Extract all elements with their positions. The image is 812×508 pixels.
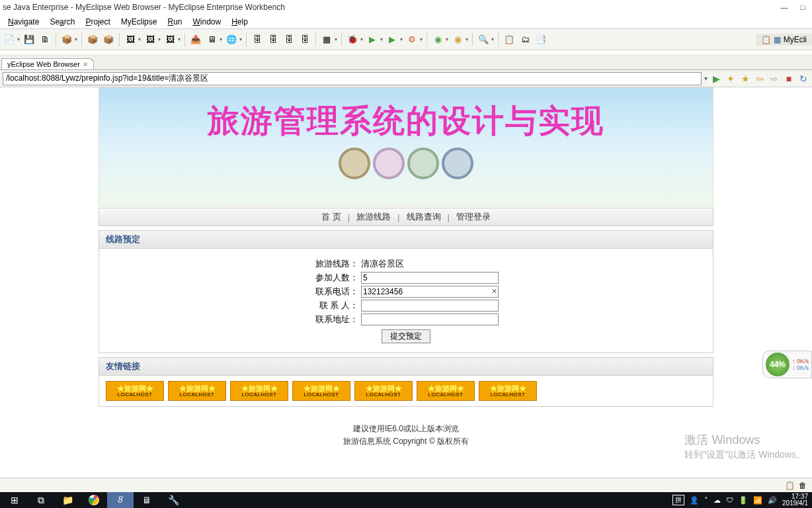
friend-link[interactable]: ★旅游网★LOCALHOST bbox=[230, 381, 288, 401]
friend-link[interactable]: ★旅游网★LOCALHOST bbox=[417, 381, 475, 401]
save-all-icon[interactable]: 🗎 bbox=[38, 33, 52, 46]
volume-icon[interactable]: 🔊 bbox=[768, 496, 777, 505]
new-class-icon[interactable]: ◉ bbox=[431, 33, 444, 46]
search2-icon[interactable]: 🔍 bbox=[477, 33, 490, 46]
footer-line1: 建议使用IE6.0或以上版本浏览 bbox=[99, 423, 713, 435]
db2-icon[interactable]: 🗄 bbox=[266, 33, 280, 46]
menubar: Navigate Search Project MyEclipse Run Wi… bbox=[0, 15, 812, 29]
taskview-icon[interactable]: ⧉ bbox=[28, 492, 54, 508]
status-icon2[interactable]: 🗑 bbox=[799, 481, 807, 490]
img2-icon[interactable]: 🖼 bbox=[143, 33, 157, 46]
menu-project[interactable]: Project bbox=[80, 16, 115, 28]
clock[interactable]: 17:37 2019/4/1 bbox=[782, 493, 808, 507]
contact-label: 联 系 人： bbox=[312, 300, 358, 312]
nav-query[interactable]: 线路查询 bbox=[403, 211, 445, 223]
page-nav: 首 页| 旅游线路| 线路查询| 管理登录 bbox=[99, 208, 713, 226]
status-icon1[interactable]: 📋 bbox=[785, 481, 795, 490]
stop-icon[interactable]: ■ bbox=[783, 73, 795, 85]
url-dropdown-icon[interactable]: ▾ bbox=[704, 75, 708, 82]
friend-link[interactable]: ★旅游网★LOCALHOST bbox=[106, 381, 164, 401]
ime-icon[interactable]: 拼 bbox=[672, 495, 684, 505]
watermark-sub: 转到"设置"以激活 Windows。 bbox=[684, 448, 805, 462]
img3-icon[interactable]: 🖼 bbox=[163, 33, 177, 46]
friend-link[interactable]: ★旅游网★LOCALHOST bbox=[479, 381, 537, 401]
db3-icon[interactable]: 🗄 bbox=[282, 33, 296, 46]
nav-home[interactable]: 首 页 bbox=[317, 211, 345, 223]
tray1-icon[interactable]: ☁ bbox=[713, 496, 721, 505]
server-icon[interactable]: 🖥 bbox=[205, 33, 218, 46]
menu-navigate[interactable]: Navigate bbox=[3, 16, 44, 28]
debug-icon[interactable]: 🐞 bbox=[346, 33, 359, 46]
windows-taskbar: ⊞ ⧉ 📁 8 🖥 🔧 拼 👤 ˄ ☁ 🛡 🔋 📶 🔊 17:37 2019/4… bbox=[0, 492, 812, 508]
box2-icon[interactable]: 📦 bbox=[102, 33, 115, 46]
main-toolbar: 📄▾ 💾 🗎 📦▾ 📦 📦 🖼▾ 🖼▾ 🖼▾ 📤 🖥▾ 🌐▾ 🗄 🗄 🗄 🗄 ▦… bbox=[0, 29, 812, 50]
menu-window[interactable]: Window bbox=[188, 16, 227, 28]
app1-icon[interactable]: 8 bbox=[107, 492, 134, 508]
menu-help[interactable]: Help bbox=[226, 16, 253, 28]
tray2-icon[interactable]: 🛡 bbox=[726, 496, 733, 504]
box1-icon[interactable]: 📦 bbox=[86, 33, 99, 46]
route-value: 清凉谷景区 bbox=[361, 258, 500, 270]
footer-line2: 旅游信息系统 Copyright © 版权所有 bbox=[99, 435, 713, 448]
img1-icon[interactable]: 🖼 bbox=[124, 33, 137, 46]
tool1-icon[interactable]: 📋 bbox=[503, 33, 516, 46]
run2-icon[interactable]: ▶ bbox=[386, 33, 399, 46]
contact-input[interactable] bbox=[361, 300, 499, 312]
run-icon[interactable]: ▶ bbox=[366, 33, 379, 46]
links-header: 友情链接 bbox=[99, 358, 713, 376]
back-icon[interactable]: ⇦ bbox=[754, 73, 766, 85]
new-icon[interactable]: 📄 bbox=[3, 33, 16, 46]
ext-icon[interactable]: ⚙ bbox=[405, 33, 419, 46]
nav-routes[interactable]: 旅游线路 bbox=[352, 211, 395, 223]
star-icon[interactable]: ★ bbox=[739, 73, 751, 85]
nav-admin[interactable]: 管理登录 bbox=[452, 211, 495, 223]
minimize-button[interactable]: — bbox=[778, 2, 791, 13]
explorer-icon[interactable]: 📁 bbox=[54, 492, 81, 508]
submit-button[interactable]: 提交预定 bbox=[382, 329, 430, 343]
route-label: 旅游线路： bbox=[312, 258, 358, 270]
db4-icon[interactable]: 🗄 bbox=[298, 33, 311, 46]
address-input[interactable] bbox=[361, 314, 499, 325]
friend-link[interactable]: ★旅游网★LOCALHOST bbox=[292, 381, 350, 401]
package-icon[interactable]: 📦 bbox=[60, 33, 73, 46]
tab-label: yEclipse Web Browser bbox=[7, 60, 80, 68]
menu-run[interactable]: Run bbox=[162, 16, 187, 28]
refresh-icon[interactable]: ↻ bbox=[797, 73, 809, 85]
menu-search[interactable]: Search bbox=[44, 16, 80, 28]
wifi-icon[interactable]: 📶 bbox=[753, 496, 762, 505]
app3-icon[interactable]: 🔧 bbox=[160, 492, 186, 508]
friend-link[interactable]: ★旅游网★LOCALHOST bbox=[354, 381, 413, 401]
grid-icon[interactable]: ▦ bbox=[320, 33, 333, 46]
tool3-icon[interactable]: 📑 bbox=[534, 33, 548, 46]
menu-myeclipse[interactable]: MyEclipse bbox=[116, 16, 163, 28]
tray3-icon[interactable]: 🔋 bbox=[739, 496, 748, 505]
clear-icon[interactable]: ✕ bbox=[491, 287, 497, 296]
phone-input[interactable] bbox=[361, 286, 499, 298]
start-button[interactable]: ⊞ bbox=[1, 492, 28, 508]
go-icon[interactable]: ▶ bbox=[710, 73, 722, 85]
people-icon[interactable]: 👤 bbox=[690, 496, 699, 505]
db1-icon[interactable]: 🗄 bbox=[251, 33, 264, 46]
new-pkg-icon[interactable]: ◉ bbox=[451, 33, 464, 46]
network-monitor[interactable]: 44% ↑ 0K/s ↓ 0K/s bbox=[762, 351, 812, 378]
editor-tabbar: yEclipse Web Browser ✕ bbox=[0, 54, 812, 70]
deploy-icon[interactable]: 📤 bbox=[189, 33, 202, 46]
favorite-icon[interactable]: ✦ bbox=[725, 73, 737, 85]
booking-section: 线路预定 旅游线路： 清凉谷景区 参加人数： 联系电话： ✕ bbox=[99, 230, 713, 353]
close-icon[interactable]: ✕ bbox=[83, 61, 88, 68]
app2-icon[interactable]: 🖥 bbox=[134, 492, 160, 508]
tool2-icon[interactable]: 🗂 bbox=[518, 33, 532, 46]
globe-icon[interactable]: 🌐 bbox=[225, 33, 238, 46]
chrome-icon[interactable] bbox=[81, 492, 107, 508]
ide-statusbar: 📋 🗑 bbox=[0, 478, 812, 492]
browser-viewport: 旅游管理系统的设计与实现 首 页| 旅游线路| 线路查询| 管理登录 线路预定 … bbox=[0, 87, 812, 464]
maximize-button[interactable]: □ bbox=[796, 2, 809, 13]
tray-up-icon[interactable]: ˄ bbox=[704, 496, 708, 505]
friend-link[interactable]: ★旅游网★LOCALHOST bbox=[168, 381, 226, 401]
perspective-switcher[interactable]: 📋 ▦ MyEcli bbox=[756, 34, 812, 46]
people-input[interactable] bbox=[361, 272, 499, 284]
url-input[interactable] bbox=[3, 72, 702, 85]
save-icon[interactable]: 💾 bbox=[22, 33, 36, 46]
tab-browser[interactable]: yEclipse Web Browser ✕ bbox=[1, 58, 94, 69]
forward-icon[interactable]: ⇨ bbox=[768, 73, 780, 85]
